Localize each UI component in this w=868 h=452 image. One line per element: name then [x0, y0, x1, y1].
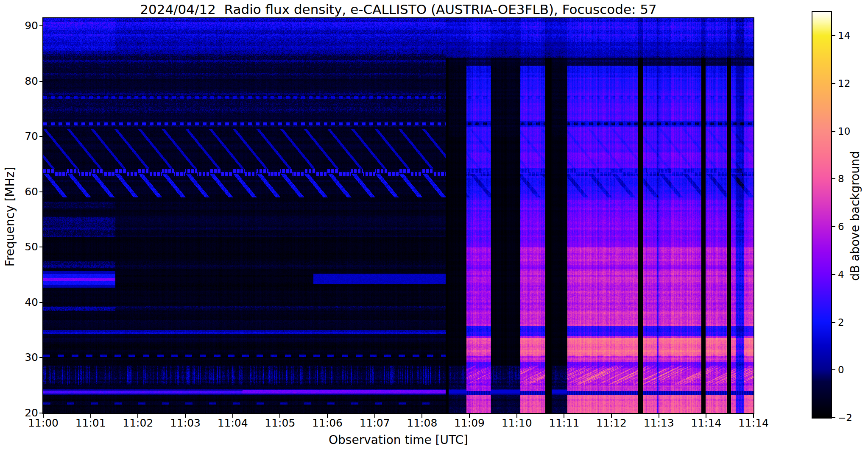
colorbar-tick	[832, 83, 835, 84]
y-tick-label: 80	[8, 75, 38, 87]
x-tick-label: 11:10	[498, 417, 536, 429]
x-tick-label: 11:04	[214, 417, 252, 429]
colorbar-tick-label: 0	[838, 364, 863, 375]
y-tick	[39, 81, 43, 82]
x-tick-label: 11:07	[356, 417, 394, 429]
colorbar-tick	[832, 417, 835, 418]
colorbar-tick	[832, 369, 835, 370]
y-tick	[39, 191, 43, 192]
colorbar-tick	[832, 35, 835, 36]
x-tick-label: 11:06	[308, 417, 346, 429]
colorbar-gradient-canvas	[812, 12, 831, 418]
colorbar-tick-label: 12	[838, 78, 863, 89]
colorbar-tick	[832, 274, 835, 275]
colorbar	[812, 11, 832, 419]
spectrogram-plot-area	[42, 17, 754, 414]
x-tick-label: 11:05	[261, 417, 299, 429]
colorbar-tick	[832, 226, 835, 227]
y-tick	[39, 136, 43, 137]
x-tick-label: 11:12	[592, 417, 631, 429]
y-tick-label: 90	[8, 19, 38, 32]
x-tick-label: 11:09	[450, 417, 488, 429]
x-tick-label: 11:11	[545, 417, 583, 429]
x-tick-label: 11:03	[166, 417, 204, 429]
x-axis-label: Observation time [UTC]	[43, 433, 754, 447]
y-axis-label: Frequency [MHz]	[3, 132, 17, 302]
colorbar-tick	[832, 178, 835, 179]
chart-title: 2024/04/12 Radio flux density, e-CALLIST…	[43, 2, 754, 17]
colorbar-tick-label: 14	[838, 30, 863, 41]
x-tick-label: 11:02	[119, 417, 157, 429]
spectrogram-figure: 2024/04/12 Radio flux density, e-CALLIST…	[0, 0, 868, 452]
y-tick	[39, 302, 43, 303]
colorbar-tick	[832, 131, 835, 132]
y-tick	[39, 25, 43, 26]
x-tick-label: 11:01	[72, 417, 110, 429]
spectrogram-canvas	[43, 18, 754, 413]
y-tick-label: 20	[8, 407, 38, 419]
x-tick-label: 11:14	[734, 417, 773, 429]
colorbar-tick-label: −2	[838, 412, 863, 423]
y-tick-label: 30	[8, 351, 38, 363]
x-tick-label: 11:14	[687, 417, 725, 429]
y-tick	[39, 247, 43, 247]
y-tick	[39, 413, 43, 413]
colorbar-tick	[832, 322, 835, 323]
y-tick	[39, 357, 43, 358]
colorbar-label: dB above background	[848, 110, 862, 322]
x-tick-label: 11:08	[403, 417, 441, 429]
x-tick-label: 11:13	[640, 417, 678, 429]
